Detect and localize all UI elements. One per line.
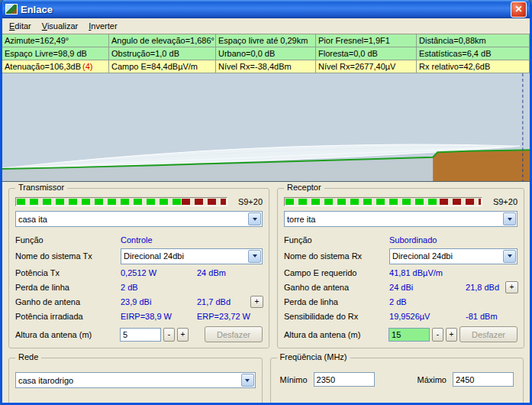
rx-system-row: Nome do sistema Rx Direcional 24dbi (278, 247, 524, 265)
tx-undo-button[interactable]: Desfazer (205, 326, 263, 342)
tx-signal-meter (15, 197, 227, 206)
rx-signal-red (440, 199, 481, 205)
campo-e-cell: Campo E=84,4dBµV/m (109, 60, 216, 73)
chevron-down-icon[interactable] (248, 250, 261, 263)
tx-power-row: Potência Tx 0,2512 W 24 dBm (9, 265, 269, 280)
tx-station-value: casa ita (16, 215, 247, 224)
rx-funcao-row: Função Subordinado (278, 232, 524, 247)
rx-signal-meter (284, 197, 482, 206)
enlace-window: Enlace ✕ Editar Visualizar Inverter Azim… (0, 0, 532, 405)
rx-signal-label: S9+20 (487, 197, 517, 206)
rx-station-value: torre ita (285, 215, 502, 224)
menubar: Editar Visualizar Inverter (2, 18, 530, 34)
tx-gain-label: Ganho de antena (15, 297, 121, 306)
tx-height-label: Altura da antena (m) (15, 330, 118, 339)
tx-system-label: Nome do sistema Tx (15, 251, 121, 261)
rx-lineloss-value: 2 dB (389, 297, 466, 306)
obstrucao-cell: Obstrução=1,0 dB (109, 47, 216, 60)
tx-height-input[interactable] (120, 328, 161, 342)
rede-legend: Rede (15, 352, 41, 361)
freq-max-input[interactable] (453, 372, 514, 387)
rx-antenna-height-row: Altura da antena (m) - + Desfazer (278, 323, 524, 348)
tx-gain-dbi: 23,9 dBi (121, 297, 197, 306)
rx-campo-e-label: Campo E requerido (284, 268, 389, 277)
chevron-down-icon[interactable] (503, 212, 516, 225)
rede-value: casa itarodrigo (16, 376, 240, 385)
angulo-elevacao-cell: Angulo de elevação=1,686° (109, 34, 216, 47)
menu-item-visualizar[interactable]: Visualizar (37, 20, 84, 32)
chevron-down-icon[interactable] (241, 374, 254, 387)
close-button[interactable]: ✕ (511, 2, 527, 18)
tx-system-select[interactable]: Direcional 24dbi (121, 248, 263, 264)
tx-lineloss-label: Perda de linha (15, 283, 121, 292)
tx-station-select[interactable]: casa ita (15, 211, 263, 227)
rx-gain-label: Ganho de antena (284, 283, 389, 292)
tx-funcao-label: Função (15, 235, 121, 245)
rx-height-input[interactable] (389, 328, 430, 342)
rx-funcao-label: Função (284, 235, 389, 245)
rx-undo-button[interactable]: Desfazer (459, 326, 517, 342)
freq-min-input[interactable] (314, 372, 375, 387)
tx-power-label: Potência Tx (15, 268, 121, 277)
tx-signal-label: S9+20 (232, 197, 263, 206)
tx-funcao-row: Função Controle (9, 232, 269, 247)
tx-antenna-height-row: Altura da antena (m) - + Desfazer (9, 323, 269, 348)
menu-item-editar[interactable]: Editar (4, 20, 37, 32)
tx-power-w: 0,2512 W (121, 268, 197, 277)
rede-select[interactable]: casa itarodrigo (15, 372, 256, 388)
espaco-livre-ate-cell: Espaço livre até 0,29km (216, 34, 316, 47)
rx-sensitivity-dbm: -81 dBm (466, 312, 505, 321)
rx-height-plus-button[interactable]: + (446, 328, 457, 342)
menu-item-inverter[interactable]: Inverter (83, 20, 122, 32)
receiver-panel: Receptor S9+20 torre ita Função Subordin… (277, 188, 524, 348)
rx-height-minus-button[interactable]: - (432, 328, 443, 342)
tx-height-plus-button[interactable]: + (177, 328, 189, 342)
rx-signal-row: S9+20 (284, 197, 517, 206)
tx-eirp-value: EIRP=38,9 W (121, 312, 197, 321)
rx-antenna-detail-button[interactable]: + (505, 281, 518, 293)
receiver-legend: Receptor (284, 183, 324, 192)
tx-gain-dbd: 21,7 dBd (197, 297, 250, 306)
rx-lineloss-row: Perda de linha 2 dB (278, 294, 524, 309)
estatisticas-cell: Estatísticas=6,4 dB (417, 47, 530, 60)
tx-radiated-row: Potência irradiada EIRP=38,9 W ERP=23,72… (9, 309, 269, 323)
chevron-down-icon[interactable] (248, 212, 261, 225)
rx-gain-dbi: 24 dBi (389, 283, 466, 292)
bottom-area: Rede casa itarodrigo Freqüência (MHz) Mí… (2, 350, 530, 405)
rx-relativo-cell: Rx relativo=42,6dB (417, 60, 530, 73)
tx-signal-red (182, 199, 226, 205)
nivel-rx-uv-cell: Nível Rx=2677,40µV (316, 60, 417, 73)
stations-area: Transmissor S9+20 casa ita Função Contro… (2, 182, 530, 350)
tx-radiated-label: Potência irradiada (15, 312, 121, 321)
tx-system-row: Nome do sistema Tx Direcional 24dbi (9, 247, 269, 265)
freq-min-label: Mínimo (280, 375, 308, 384)
rx-station-select[interactable]: torre ita (284, 211, 517, 227)
freq-max-label: Máximo (417, 375, 447, 384)
tx-system-value: Direcional 24dbi (121, 251, 247, 261)
tx-funcao-value: Controle (121, 235, 263, 245)
link-info-panel: Azimute=162,49° Angulo de elevação=1,686… (2, 34, 530, 73)
close-icon: ✕ (514, 4, 522, 15)
app-icon[interactable] (5, 4, 18, 15)
frequencia-panel: Freqüência (MHz) Mínimo Máximo (270, 358, 524, 405)
tx-antenna-detail-button[interactable]: + (250, 296, 263, 308)
espaco-livre-cell: Espaço Livre=98,9 dB (2, 47, 109, 60)
rx-system-value: Direcional 24dbi (390, 251, 502, 261)
rx-sensitivity-uv: 19,9526µV (389, 312, 466, 321)
rx-system-select[interactable]: Direcional 24dbi (389, 248, 517, 264)
tx-signal-green (17, 199, 182, 205)
titlebar[interactable]: Enlace ✕ (2, 0, 530, 18)
tx-lineloss-row: Perda de linha 2 dB (9, 280, 269, 294)
window-title: Enlace (21, 4, 511, 15)
chevron-down-icon[interactable] (503, 250, 516, 263)
transmitter-panel: Transmissor S9+20 casa ita Função Contro… (8, 188, 269, 348)
tx-erp-value: ERP=23,72 W (197, 312, 250, 321)
tx-height-minus-button[interactable]: - (163, 328, 175, 342)
rx-campo-e-value: 41,81 dBµV/m (389, 268, 466, 277)
rx-sensitivity-row: Sensibilidade do Rx 19,9526µV -81 dBm (278, 309, 524, 323)
rx-signal-green (285, 199, 440, 205)
rx-antenna-gain-row: Ganho de antena 24 dBi 21,8 dBd + (278, 280, 524, 294)
floresta-cell: Floresta=0,0 dB (316, 47, 417, 60)
rx-funcao-value: Subordinado (389, 235, 517, 245)
rx-gain-dbd: 21,8 dBd (466, 283, 505, 292)
